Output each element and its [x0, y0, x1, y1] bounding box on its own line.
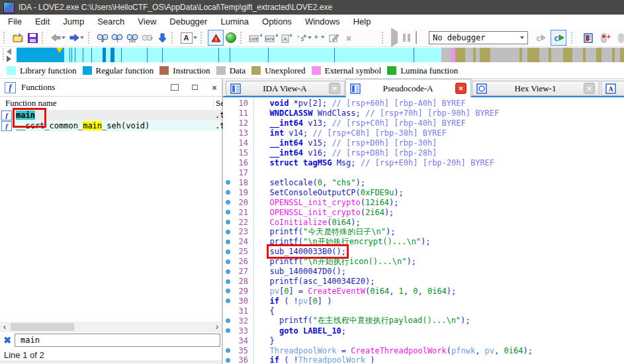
navigate-forward-button[interactable]: [67, 30, 86, 45]
menu-item-jump[interactable]: Jump: [56, 15, 91, 29]
code-line-25[interactable]: 25 sub_1400033B0();: [223, 247, 624, 257]
code-line-21[interactable]: 21 OPENSSL_init_crypto(2i64);: [223, 207, 624, 217]
scrollbar-track[interactable]: [9, 322, 212, 332]
menu-item-lumina[interactable]: Lumina: [214, 15, 255, 29]
delete-breakpoint-button[interactable]: ×: [615, 30, 624, 45]
tab-close-icon[interactable]: ✕: [584, 83, 595, 94]
code-line-12[interactable]: 12 __int64 v13; // [rsp+C0h] [rbp-40h] B…: [223, 118, 624, 128]
menu-item-options[interactable]: Options: [255, 15, 298, 29]
tab-structures-partial[interactable]: A: [601, 81, 624, 96]
toolbar-grip[interactable]: [171, 32, 175, 44]
scrollbar-thumb[interactable]: [11, 323, 74, 331]
code-line-13[interactable]: 13 int v14; // [rsp+C8h] [rbp-38h] BYREF: [223, 128, 624, 138]
tab-close-icon[interactable]: ✕: [455, 83, 467, 94]
code-line-31[interactable]: 31 {: [223, 306, 624, 316]
clear-filter-icon[interactable]: ✖: [0, 333, 15, 347]
toolbar-grip[interactable]: [201, 32, 204, 44]
toolbar-grip[interactable]: [3, 32, 7, 44]
toolbar-grip[interactable]: [240, 32, 244, 44]
code-line-33[interactable]: 33 goto LABEL_10;: [223, 326, 624, 336]
code-line-10[interactable]: 10 void *pv[2]; // [rsp+60h] [rbp-A0h] B…: [223, 99, 624, 109]
tab-hex-view-1[interactable]: Hex View-1 ✕: [472, 81, 600, 96]
binary-search-button[interactable]: 101: [124, 30, 140, 45]
search-next-button[interactable]: [140, 30, 155, 45]
code-line-32[interactable]: 32 printf("在主线程中直接执行payload()...\n");: [223, 316, 624, 326]
attach-process-button[interactable]: c: [533, 30, 548, 45]
panel-float-button[interactable]: [187, 81, 202, 93]
function-row-scrt-common-main-seh[interactable]: f __scrt_common_main_seh(void) .t: [0, 120, 222, 131]
debug-stop-button[interactable]: [416, 32, 417, 44]
code-line-16[interactable]: 16 struct tagMSG Msg; // [rsp+E0h] [rbp-…: [223, 158, 624, 168]
filter-input[interactable]: [15, 334, 220, 347]
menu-item-search[interactable]: Search: [91, 15, 131, 29]
code-line-19[interactable]: 19 SetConsoleOutputCP(0xFDE9u);: [223, 187, 624, 197]
tab-pseudocode-a[interactable]: Pseudocode-A ✕: [345, 79, 471, 97]
code-line-14[interactable]: 14 __int64 v15; // [rsp+D0h] [rbp-30h]: [223, 138, 624, 148]
debug-pause-button[interactable]: [403, 34, 410, 42]
debug-start-button[interactable]: [391, 32, 398, 44]
menu-item-edit[interactable]: Edit: [28, 15, 56, 29]
make-string-button[interactable]: 's+: [294, 30, 312, 45]
debugger-select[interactable]: No debugger: [429, 31, 528, 44]
toolbar-grip[interactable]: [382, 32, 386, 44]
make-code-button[interactable]: CODE+: [247, 30, 263, 45]
code-line-20[interactable]: 20 OPENSSL_init_crypto(12i64);: [223, 197, 624, 207]
make-function-button[interactable]: *+: [312, 30, 327, 45]
code-line-23[interactable]: 23 printf("今天是特殊的日子\n");: [223, 227, 624, 237]
menu-item-help[interactable]: Help: [347, 15, 378, 29]
save-button[interactable]: [25, 30, 40, 45]
text-options-button[interactable]: A: [179, 30, 199, 45]
code-line-35[interactable]: 35 ThreadpoolWork = CreateThreadpoolWork…: [223, 345, 624, 355]
navband-right-icon[interactable]: [7, 56, 11, 62]
code-line-26[interactable]: 26 printf("\n开始执行icon()...\n");: [223, 257, 624, 267]
open-file-button[interactable]: [11, 30, 25, 45]
toolbar-grip[interactable]: [571, 32, 575, 44]
navband-position-marker[interactable]: [56, 48, 63, 53]
navigation-band[interactable]: [17, 48, 624, 62]
menu-item-windows[interactable]: Windows: [298, 15, 347, 29]
menu-item-file[interactable]: File: [1, 15, 28, 29]
code-line-36[interactable]: 36 if ( !ThreadpoolWork ): [223, 355, 624, 364]
scroll-left-icon[interactable]: ‹: [0, 322, 9, 332]
continue-process-button[interactable]: c: [551, 30, 566, 46]
pseudocode-view[interactable]: 10 void *pv[2]; // [rsp+60h] [rbp-A0h] B…: [223, 97, 624, 364]
column-function-name[interactable]: Function name: [5, 98, 57, 109]
navigate-back-button[interactable]: [49, 30, 67, 45]
edit-button[interactable]: [327, 30, 341, 45]
code-line-34[interactable]: 34 }: [223, 336, 624, 345]
menu-item-debugger[interactable]: Debugger: [163, 15, 214, 29]
navband-left-icon[interactable]: [7, 48, 11, 55]
code-line-29[interactable]: 29 pv[0] = CreateEventW(0i64, 1, 0, 0i64…: [223, 287, 624, 296]
toolbar-grip[interactable]: [42, 32, 46, 44]
add-breakpoint-button[interactable]: +: [598, 30, 613, 45]
jump-down-icon[interactable]: [155, 30, 169, 45]
code-line-17[interactable]: 17: [223, 167, 624, 177]
code-line-24[interactable]: 24 printf("\n开始执行encrypt()...\n");: [223, 237, 624, 247]
jump-address-button[interactable]: #: [95, 30, 110, 45]
navband-arrows[interactable]: [5, 48, 15, 62]
functions-horizontal-scrollbar[interactable]: ‹ ›: [0, 322, 222, 332]
code-line-22[interactable]: 22 CoInitialize(0i64);: [223, 217, 624, 227]
code-line-11[interactable]: 11 WNDCLASSW WndClass; // [rsp+70h] [rbp…: [223, 109, 624, 118]
undefine-button[interactable]: ×: [341, 30, 356, 45]
breakpoint-list-button[interactable]: [581, 30, 596, 45]
functions-column-header[interactable]: Function name Se: [0, 97, 222, 111]
code-line-27[interactable]: 27 sub_1400047D0();: [223, 267, 624, 277]
tab-close-icon[interactable]: ✕: [329, 83, 340, 94]
menu-item-view[interactable]: View: [131, 15, 163, 29]
code-line-15[interactable]: 15 __int64 v16; // [rsp+D8h] [rbp-28h]: [223, 148, 624, 158]
tab-ida-view-a[interactable]: IDA View-A ✕: [226, 81, 345, 96]
jump-name-button[interactable]: T: [110, 30, 124, 45]
navband-tick: [147, 48, 148, 62]
code-line-28[interactable]: 28 printf(asc_140034E20);: [223, 277, 624, 287]
scroll-right-icon[interactable]: ›: [212, 322, 222, 332]
code-line-18[interactable]: 18 setlocale(0, "chs");: [223, 177, 624, 187]
make-data-button[interactable]: DATA+: [263, 30, 279, 45]
code-line-30[interactable]: 30 if ( !pv[0] ): [223, 296, 624, 306]
toolbar-grip[interactable]: [88, 32, 92, 44]
panel-close-button[interactable]: ×: [207, 81, 222, 93]
function-row-main[interactable]: f main .t: [0, 110, 222, 120]
problem-list-button[interactable]: !: [208, 30, 224, 46]
make-name-button[interactable]: A+: [279, 30, 294, 45]
panel-maximize-button[interactable]: [167, 81, 182, 93]
